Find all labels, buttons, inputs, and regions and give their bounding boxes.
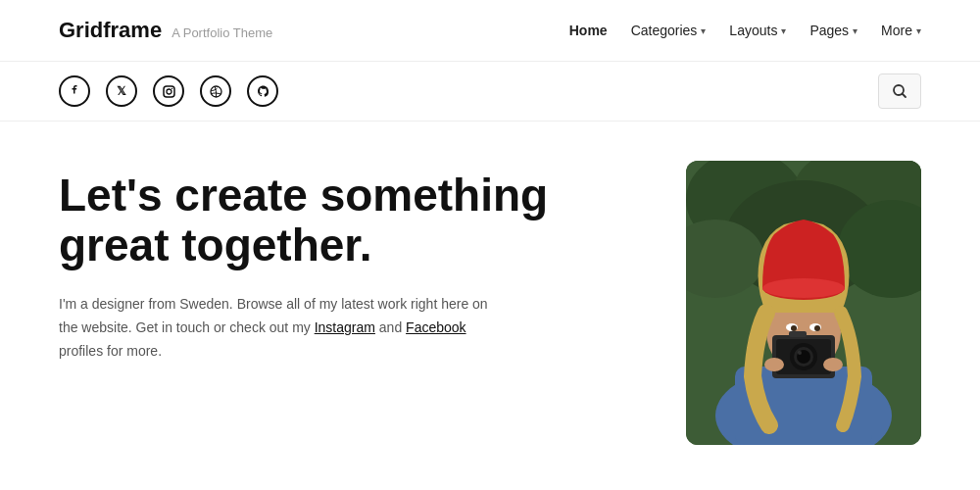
hero-heading: Let's create something great together.: [59, 171, 568, 270]
hero-body: I'm a designer from Sweden. Browse all o…: [59, 293, 510, 363]
facebook-link[interactable]: Facebook: [406, 319, 466, 335]
svg-point-2: [171, 87, 172, 88]
social-bar: 𝕏: [0, 62, 980, 122]
hero-body-after: profiles for more.: [59, 343, 162, 359]
hero-image: [686, 161, 921, 445]
svg-point-29: [791, 325, 797, 331]
svg-point-26: [823, 358, 843, 371]
svg-point-17: [762, 278, 845, 298]
chevron-down-icon: ▾: [916, 25, 921, 36]
nav-item-home[interactable]: Home: [569, 23, 608, 38]
chevron-down-icon: ▾: [853, 25, 858, 36]
github-icon[interactable]: [247, 75, 278, 107]
twitter-icon[interactable]: 𝕏: [106, 75, 137, 107]
search-button[interactable]: [878, 74, 921, 109]
chevron-down-icon: ▾: [781, 25, 786, 36]
hero-section: Let's create something great together. I…: [0, 122, 980, 484]
logo-name: Gridframe: [59, 18, 162, 43]
svg-point-1: [167, 89, 172, 94]
nav-item-more[interactable]: More ▾: [881, 23, 921, 38]
svg-rect-0: [164, 86, 174, 97]
svg-line-5: [903, 94, 906, 98]
svg-rect-24: [789, 331, 807, 337]
social-icons: 𝕏: [59, 75, 278, 107]
instagram-link[interactable]: Instagram: [315, 319, 375, 335]
svg-point-30: [814, 325, 820, 331]
facebook-icon[interactable]: [59, 75, 90, 107]
instagram-icon[interactable]: [153, 75, 184, 107]
logo-tagline: A Portfolio Theme: [172, 25, 272, 40]
svg-point-25: [764, 358, 784, 371]
nav-item-layouts[interactable]: Layouts ▾: [729, 23, 786, 38]
main-nav: Home Categories ▾ Layouts ▾ Pages ▾ More…: [569, 23, 921, 38]
dribbble-icon[interactable]: [200, 75, 231, 107]
header: Gridframe A Portfolio Theme Home Categor…: [0, 0, 980, 62]
logo-area: Gridframe A Portfolio Theme: [59, 18, 272, 43]
hero-text: Let's create something great together. I…: [59, 161, 647, 364]
chevron-down-icon: ▾: [701, 25, 706, 36]
nav-item-pages[interactable]: Pages ▾: [809, 23, 858, 38]
svg-point-23: [798, 351, 802, 355]
nav-item-categories[interactable]: Categories ▾: [631, 23, 707, 38]
hero-body-middle: and: [375, 319, 406, 335]
